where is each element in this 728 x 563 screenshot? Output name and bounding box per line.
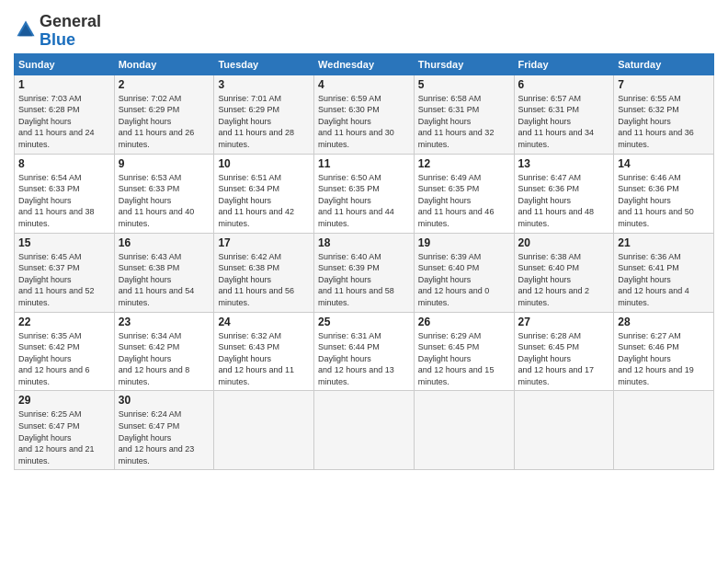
day-info: Sunrise: 6:31 AM Sunset: 6:44 PM Dayligh… [318,330,410,388]
day-info: Sunrise: 7:02 AM Sunset: 6:29 PM Dayligh… [119,93,210,151]
calendar-cell: 26 Sunrise: 6:29 AM Sunset: 6:45 PM Dayl… [414,312,514,391]
calendar-cell: 6 Sunrise: 6:57 AM Sunset: 6:31 PM Dayli… [514,75,614,154]
day-number: 24 [218,316,310,328]
dow-header: Saturday [614,53,714,75]
calendar-cell: 29 Sunrise: 6:25 AM Sunset: 6:47 PM Dayl… [15,391,115,470]
day-number: 18 [318,236,410,249]
dow-header: Thursday [414,53,514,75]
day-info: Sunrise: 6:51 AM Sunset: 6:34 PM Dayligh… [218,172,310,230]
dow-header: Friday [514,53,614,75]
calendar-cell: 23 Sunrise: 6:34 AM Sunset: 6:42 PM Dayl… [114,312,214,391]
calendar-cell: 8 Sunrise: 6:54 AM Sunset: 6:33 PM Dayli… [15,154,115,233]
day-number: 17 [218,236,310,249]
calendar-cell: 30 Sunrise: 6:24 AM Sunset: 6:47 PM Dayl… [114,391,214,470]
calendar-cell: 14 Sunrise: 6:46 AM Sunset: 6:36 PM Dayl… [614,154,714,233]
day-number: 22 [18,316,110,328]
day-info: Sunrise: 6:45 AM Sunset: 6:37 PM Dayligh… [18,251,110,309]
dow-header: Sunday [15,53,115,75]
day-info: Sunrise: 6:27 AM Sunset: 6:46 PM Dayligh… [618,330,710,388]
day-number: 25 [318,316,410,328]
calendar-cell [214,391,314,470]
day-info: Sunrise: 6:54 AM Sunset: 6:33 PM Dayligh… [18,172,110,230]
calendar-cell: 24 Sunrise: 6:32 AM Sunset: 6:43 PM Dayl… [214,312,314,391]
day-number: 20 [518,236,610,249]
day-info: Sunrise: 6:50 AM Sunset: 6:35 PM Dayligh… [318,172,410,230]
day-number: 27 [518,316,610,328]
day-info: Sunrise: 6:47 AM Sunset: 6:36 PM Dayligh… [518,172,610,230]
day-number: 12 [418,157,510,170]
day-info: Sunrise: 6:42 AM Sunset: 6:38 PM Dayligh… [218,251,310,309]
day-number: 10 [218,157,310,170]
dow-header: Monday [114,53,214,75]
calendar-cell [514,391,614,470]
calendar-cell: 1 Sunrise: 7:03 AM Sunset: 6:28 PM Dayli… [15,75,115,154]
calendar-cell: 22 Sunrise: 6:35 AM Sunset: 6:42 PM Dayl… [15,312,115,391]
calendar-cell: 2 Sunrise: 7:02 AM Sunset: 6:29 PM Dayli… [114,75,214,154]
day-number: 1 [18,78,110,91]
dow-header: Tuesday [214,53,314,75]
calendar-cell: 10 Sunrise: 6:51 AM Sunset: 6:34 PM Dayl… [214,154,314,233]
day-info: Sunrise: 6:39 AM Sunset: 6:40 PM Dayligh… [418,251,510,309]
day-info: Sunrise: 6:29 AM Sunset: 6:45 PM Dayligh… [418,330,510,388]
calendar-cell: 19 Sunrise: 6:39 AM Sunset: 6:40 PM Dayl… [414,233,514,312]
calendar-cell: 28 Sunrise: 6:27 AM Sunset: 6:46 PM Dayl… [614,312,714,391]
day-number: 5 [418,78,510,91]
day-number: 8 [18,157,110,170]
day-number: 13 [518,157,610,170]
day-info: Sunrise: 6:35 AM Sunset: 6:42 PM Dayligh… [18,330,110,388]
day-info: Sunrise: 6:32 AM Sunset: 6:43 PM Dayligh… [218,330,310,388]
calendar-cell: 9 Sunrise: 6:53 AM Sunset: 6:33 PM Dayli… [114,154,214,233]
day-number: 15 [18,236,110,249]
calendar-cell: 5 Sunrise: 6:58 AM Sunset: 6:31 PM Dayli… [414,75,514,154]
day-info: Sunrise: 6:43 AM Sunset: 6:38 PM Dayligh… [119,251,210,309]
day-number: 29 [18,394,110,407]
calendar-cell: 20 Sunrise: 6:38 AM Sunset: 6:40 PM Dayl… [514,233,614,312]
calendar-cell [614,391,714,470]
day-number: 26 [418,316,510,328]
day-number: 2 [119,78,210,91]
day-number: 19 [418,236,510,249]
day-info: Sunrise: 6:57 AM Sunset: 6:31 PM Dayligh… [518,93,610,151]
day-info: Sunrise: 6:38 AM Sunset: 6:40 PM Dayligh… [518,251,610,309]
day-info: Sunrise: 6:24 AM Sunset: 6:47 PM Dayligh… [119,408,210,466]
logo-blue-text: Blue [40,30,75,49]
day-info: Sunrise: 6:25 AM Sunset: 6:47 PM Dayligh… [18,408,110,466]
day-number: 14 [618,157,710,170]
day-number: 6 [518,78,610,91]
day-number: 3 [218,78,310,91]
day-info: Sunrise: 6:53 AM Sunset: 6:33 PM Dayligh… [119,172,210,230]
logo-general-text: General [40,12,101,30]
calendar-cell: 21 Sunrise: 6:36 AM Sunset: 6:41 PM Dayl… [614,233,714,312]
calendar-cell: 18 Sunrise: 6:40 AM Sunset: 6:39 PM Dayl… [314,233,415,312]
calendar-table: SundayMondayTuesdayWednesdayThursdayFrid… [14,53,714,471]
calendar-cell: 17 Sunrise: 6:42 AM Sunset: 6:38 PM Dayl… [214,233,314,312]
day-info: Sunrise: 6:49 AM Sunset: 6:35 PM Dayligh… [418,172,510,230]
calendar-cell [314,391,415,470]
calendar-cell: 3 Sunrise: 7:01 AM Sunset: 6:29 PM Dayli… [214,75,314,154]
calendar-cell: 4 Sunrise: 6:59 AM Sunset: 6:30 PM Dayli… [314,75,415,154]
day-info: Sunrise: 6:36 AM Sunset: 6:41 PM Dayligh… [618,251,710,309]
day-info: Sunrise: 6:58 AM Sunset: 6:31 PM Dayligh… [418,93,510,151]
calendar-cell: 11 Sunrise: 6:50 AM Sunset: 6:35 PM Dayl… [314,154,415,233]
day-info: Sunrise: 6:55 AM Sunset: 6:32 PM Dayligh… [618,93,710,151]
day-number: 23 [119,316,210,328]
day-info: Sunrise: 6:46 AM Sunset: 6:36 PM Dayligh… [618,172,710,230]
day-number: 4 [318,78,410,91]
calendar-cell: 27 Sunrise: 6:28 AM Sunset: 6:45 PM Dayl… [514,312,614,391]
day-info: Sunrise: 7:01 AM Sunset: 6:29 PM Dayligh… [218,93,310,151]
calendar-cell: 12 Sunrise: 6:49 AM Sunset: 6:35 PM Dayl… [414,154,514,233]
dow-header: Wednesday [314,53,415,75]
day-number: 11 [318,157,410,170]
day-number: 28 [618,316,710,328]
calendar-cell: 7 Sunrise: 6:55 AM Sunset: 6:32 PM Dayli… [614,75,714,154]
calendar-cell: 25 Sunrise: 6:31 AM Sunset: 6:44 PM Dayl… [314,312,415,391]
day-number: 9 [119,157,210,170]
calendar-cell [414,391,514,470]
day-number: 7 [618,78,710,91]
logo: General Blue [14,13,101,50]
day-info: Sunrise: 6:59 AM Sunset: 6:30 PM Dayligh… [318,93,410,151]
calendar-cell: 15 Sunrise: 6:45 AM Sunset: 6:37 PM Dayl… [15,233,115,312]
day-info: Sunrise: 7:03 AM Sunset: 6:28 PM Dayligh… [18,93,110,151]
day-number: 30 [119,394,210,407]
calendar-cell: 13 Sunrise: 6:47 AM Sunset: 6:36 PM Dayl… [514,154,614,233]
